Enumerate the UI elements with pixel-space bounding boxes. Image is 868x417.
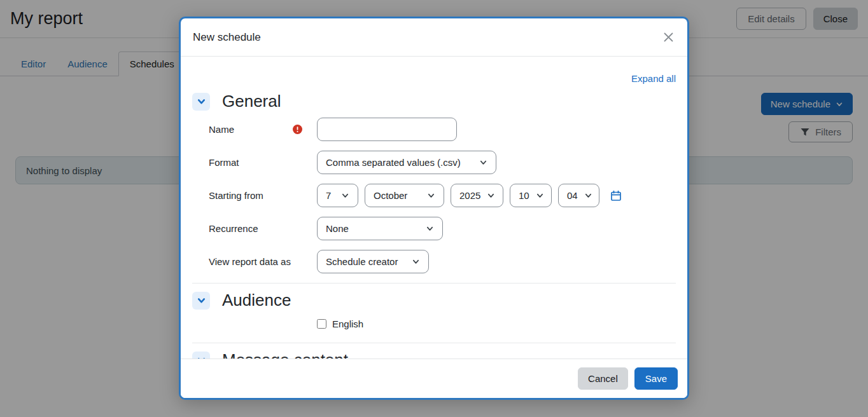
view-as-row: View report data as Schedule creator	[209, 250, 676, 273]
starting-from-row: Starting from 7 October 2025	[209, 184, 676, 207]
name-label-text: Name	[209, 124, 234, 135]
year-select-value: 2025	[459, 190, 480, 201]
recurrence-select-value: None	[326, 223, 349, 234]
name-field-row: Name	[209, 118, 676, 141]
minute-select[interactable]: 04	[558, 184, 599, 207]
month-select-value: October	[374, 190, 407, 201]
cancel-button[interactable]: Cancel	[578, 367, 628, 390]
year-select[interactable]: 2025	[451, 184, 503, 207]
message-content-collapse-button[interactable]	[192, 352, 210, 359]
chevron-down-icon	[584, 191, 592, 200]
message-content-section-title: Message content	[222, 350, 348, 359]
starting-from-controls: 7 October 2025 10	[317, 184, 622, 207]
modal-footer: Cancel Save	[181, 359, 687, 398]
language-checkbox-row: English	[317, 318, 676, 329]
name-field-label: Name	[209, 124, 317, 135]
format-field-label: Format	[209, 157, 317, 168]
calendar-picker-button[interactable]	[610, 190, 622, 202]
chevron-down-icon	[197, 355, 206, 359]
starting-from-label: Starting from	[209, 190, 317, 201]
format-field-row: Format Comma separated values (.csv)	[209, 151, 676, 174]
chevron-down-icon	[536, 191, 544, 200]
view-as-select-value: Schedule creator	[326, 256, 398, 267]
section-divider	[192, 343, 676, 343]
modal-close-button[interactable]	[662, 31, 675, 44]
day-select[interactable]: 7	[317, 184, 358, 207]
chevron-down-icon	[412, 257, 420, 266]
error-circle-icon	[293, 125, 302, 134]
minute-select-value: 04	[567, 190, 578, 201]
section-divider	[192, 283, 676, 284]
hour-select-value: 10	[519, 190, 529, 201]
english-checkbox[interactable]	[317, 319, 326, 329]
chevron-down-icon	[197, 296, 206, 305]
view-as-select[interactable]: Schedule creator	[317, 250, 429, 273]
general-section-title: General	[222, 92, 281, 111]
expand-all-link[interactable]: Expand all	[631, 73, 676, 84]
general-section-header: General	[192, 92, 676, 111]
chevron-down-icon	[426, 224, 434, 233]
recurrence-label: Recurrence	[209, 223, 317, 234]
modal-body: Expand all General Name	[181, 57, 687, 359]
recurrence-select[interactable]: None	[317, 217, 443, 240]
format-select[interactable]: Comma separated values (.csv)	[317, 151, 496, 174]
format-select-value: Comma separated values (.csv)	[326, 157, 461, 168]
audience-collapse-button[interactable]	[192, 292, 210, 310]
recurrence-row: Recurrence None	[209, 217, 676, 240]
chevron-down-icon	[197, 97, 206, 106]
chevron-down-icon	[341, 191, 349, 200]
message-content-section-header: Message content	[192, 350, 676, 359]
save-button[interactable]: Save	[634, 367, 678, 390]
general-collapse-button[interactable]	[192, 93, 210, 111]
modal-header: New schedule	[181, 18, 687, 57]
view-as-label: View report data as	[209, 256, 317, 267]
screen: My report Edit details Close Editor Audi…	[0, 0, 868, 417]
audience-section-title: Audience	[222, 291, 291, 310]
day-select-value: 7	[326, 190, 331, 201]
new-schedule-modal: New schedule Expand all General	[179, 17, 689, 400]
hour-select[interactable]: 10	[510, 184, 552, 207]
close-icon	[663, 32, 674, 43]
expand-all-row: Expand all	[192, 73, 676, 85]
audience-section-header: Audience	[192, 291, 676, 310]
english-checkbox-label: English	[332, 318, 363, 329]
chevron-down-icon	[427, 191, 435, 200]
month-select[interactable]: October	[365, 184, 444, 207]
name-input[interactable]	[317, 118, 457, 141]
chevron-down-icon	[479, 158, 487, 167]
chevron-down-icon	[487, 191, 495, 200]
modal-title: New schedule	[193, 31, 261, 44]
calendar-icon	[610, 190, 622, 202]
